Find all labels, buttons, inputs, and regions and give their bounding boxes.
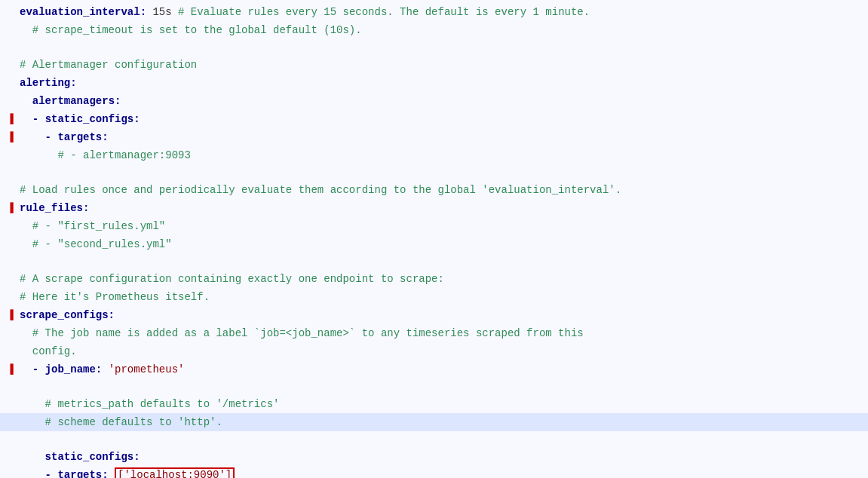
code-segment-key: static_configs: bbox=[45, 451, 140, 463]
code-segment-key: targets: bbox=[57, 469, 108, 478]
code-line: # scheme defaults to 'http'. bbox=[0, 413, 868, 431]
code-line bbox=[0, 164, 868, 181]
code-line: # - "second_rules.yml" bbox=[0, 235, 868, 253]
code-line: # metrics_path defaults to '/metrics' bbox=[0, 395, 868, 413]
code-segment-comment: # - "second_rules.yml" bbox=[20, 238, 172, 250]
code-segment-comment: # Alertmanager configuration bbox=[20, 59, 197, 71]
code-segment-comment: # The job name is added as a label `job=… bbox=[20, 327, 584, 339]
code-line bbox=[0, 253, 868, 270]
line-gutter: ▌ bbox=[6, 200, 17, 216]
code-content: evaluation_interval: 15s # Evaluate rule… bbox=[0, 0, 868, 478]
line-text: rule_files: bbox=[20, 200, 868, 216]
code-segment-dash: - bbox=[45, 469, 58, 478]
code-line: alertmanagers: bbox=[0, 92, 868, 110]
code-line: ▌rule_files: bbox=[0, 199, 868, 217]
target-value: ['localhost:9090'] bbox=[115, 467, 235, 478]
line-text: # Load rules once and periodically evalu… bbox=[20, 182, 868, 198]
code-editor: evaluation_interval: 15s # Evaluate rule… bbox=[0, 0, 868, 478]
line-text: - targets: ['localhost:9090'] bbox=[20, 467, 868, 478]
code-segment-key: alerting: bbox=[20, 77, 77, 89]
line-text: evaluation_interval: 15s # Evaluate rule… bbox=[20, 4, 868, 20]
code-segment-text bbox=[102, 363, 108, 375]
code-line: # Load rules once and periodically evalu… bbox=[0, 181, 868, 199]
code-segment-key: evaluation_interval: bbox=[20, 6, 146, 18]
code-line: alerting: bbox=[0, 74, 868, 92]
line-text: # scheme defaults to 'http'. bbox=[20, 414, 868, 431]
code-segment-comment: # metrics_path defaults to '/metrics' bbox=[20, 398, 279, 410]
line-text: # A scrape configuration containing exac… bbox=[20, 271, 868, 287]
line-text: - static_configs: bbox=[20, 111, 868, 127]
code-segment-key: job_name: bbox=[45, 363, 103, 375]
code-segment-comment: # scrape_timeout is set to the global de… bbox=[20, 24, 362, 36]
code-segment-comment: # Here it's Prometheus itself. bbox=[20, 291, 210, 303]
code-segment-text bbox=[20, 113, 32, 125]
code-segment-text bbox=[20, 469, 45, 478]
code-line: # - "first_rules.yml" bbox=[0, 217, 868, 235]
line-text: # scrape_timeout is set to the global de… bbox=[20, 22, 868, 38]
code-segment-text bbox=[20, 95, 32, 107]
code-line: # - alertmanager:9093 bbox=[0, 146, 868, 164]
line-gutter: ▌ bbox=[6, 129, 17, 146]
line-text: # - alertmanager:9093 bbox=[20, 147, 868, 164]
code-segment-key: scrape_configs: bbox=[20, 309, 115, 321]
code-segment-value-string: 'prometheus' bbox=[109, 363, 185, 375]
code-segment-comment: # Evaluate rules every 15 seconds. The d… bbox=[178, 6, 590, 18]
code-line: ▌ - static_configs: bbox=[0, 110, 868, 128]
line-gutter: ▌ bbox=[6, 307, 17, 323]
code-line bbox=[0, 39, 868, 56]
line-text: # Alertmanager configuration bbox=[20, 57, 868, 73]
line-text: config. bbox=[20, 343, 868, 360]
code-line: # scrape_timeout is set to the global de… bbox=[0, 21, 868, 39]
code-line: - targets: ['localhost:9090'] bbox=[0, 466, 868, 478]
code-segment-comment: # - alertmanager:9093 bbox=[20, 149, 191, 161]
line-text: # - "first_rules.yml" bbox=[20, 218, 868, 234]
line-gutter: ▌ bbox=[6, 111, 17, 127]
code-line bbox=[0, 378, 868, 395]
line-text: # - "second_rules.yml" bbox=[20, 236, 868, 253]
code-segment-text bbox=[20, 131, 45, 143]
code-segment-key: static_configs: bbox=[45, 113, 140, 125]
code-segment-comment: # scheme defaults to 'http'. bbox=[20, 416, 222, 428]
code-segment-comment: config. bbox=[20, 345, 77, 357]
code-line: ▌ - job_name: 'prometheus' bbox=[0, 360, 868, 378]
code-line: config. bbox=[0, 342, 868, 360]
code-segment-key: targets: bbox=[57, 131, 108, 143]
code-line: # Here it's Prometheus itself. bbox=[0, 288, 868, 306]
code-segment-key: rule_files: bbox=[20, 202, 89, 214]
code-line: ▌ - targets: bbox=[0, 128, 868, 146]
code-segment-text bbox=[20, 451, 45, 463]
code-segment-dash: - bbox=[45, 131, 58, 143]
line-text: static_configs: bbox=[20, 449, 868, 465]
code-line bbox=[0, 431, 868, 448]
code-segment-dash: - bbox=[32, 113, 45, 125]
line-text: # The job name is added as a label `job=… bbox=[20, 325, 868, 342]
code-segment-comment: # Load rules once and periodically evalu… bbox=[20, 184, 621, 196]
line-text: alertmanagers: bbox=[20, 93, 868, 109]
code-segment-comment: # - "first_rules.yml" bbox=[20, 220, 165, 232]
code-segment-text bbox=[20, 363, 32, 375]
code-line: # Alertmanager configuration bbox=[0, 56, 868, 74]
line-text: # metrics_path defaults to '/metrics' bbox=[20, 396, 868, 412]
code-line: # The job name is added as a label `job=… bbox=[0, 324, 868, 342]
line-text: - job_name: 'prometheus' bbox=[20, 361, 868, 378]
code-segment-dash: - bbox=[32, 363, 45, 375]
code-line: ▌scrape_configs: bbox=[0, 306, 868, 324]
code-line: # A scrape configuration containing exac… bbox=[0, 270, 868, 288]
code-line: static_configs: bbox=[0, 448, 868, 466]
line-text: alerting: bbox=[20, 75, 868, 91]
code-segment-text: 15s bbox=[146, 6, 178, 18]
code-segment-comment: # A scrape configuration containing exac… bbox=[20, 273, 444, 285]
code-line: evaluation_interval: 15s # Evaluate rule… bbox=[0, 3, 868, 21]
line-text: scrape_configs: bbox=[20, 307, 868, 323]
code-segment-text bbox=[109, 469, 115, 478]
code-segment-key: alertmanagers: bbox=[32, 95, 121, 107]
line-text: - targets: bbox=[20, 129, 868, 146]
line-gutter: ▌ bbox=[6, 361, 17, 378]
line-text: # Here it's Prometheus itself. bbox=[20, 289, 868, 305]
